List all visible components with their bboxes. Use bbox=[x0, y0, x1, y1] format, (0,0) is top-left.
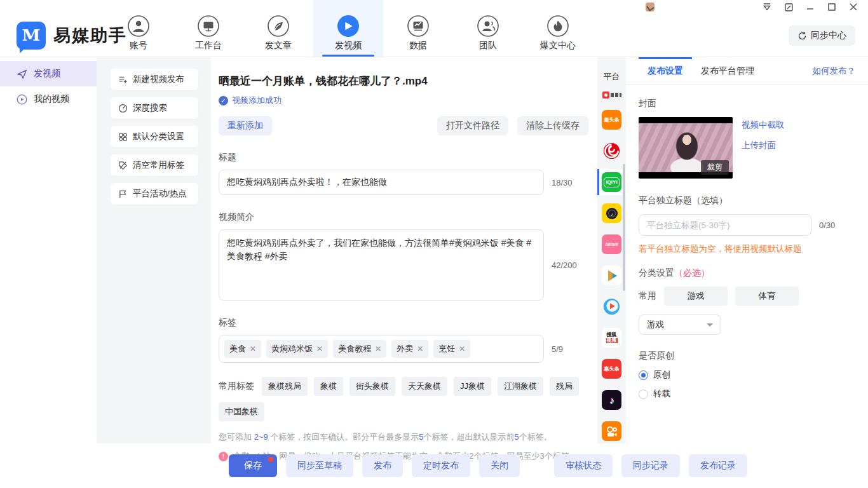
nav-label: 发文章 bbox=[265, 40, 292, 51]
account-icon bbox=[127, 15, 150, 37]
how-to-publish-link[interactable]: 如何发布？ bbox=[813, 65, 856, 77]
platform-rail-label: 平台 bbox=[604, 71, 620, 83]
hide-to-tray-icon[interactable] bbox=[756, 1, 778, 13]
crop-button[interactable]: 裁剪 bbox=[701, 160, 729, 175]
common-tag[interactable]: 中国象棋 bbox=[219, 402, 264, 421]
unsaved-dot-badge bbox=[268, 457, 273, 462]
nav-tab-account[interactable]: 账号 bbox=[104, 0, 173, 57]
main-nav: 账号 工作台 发文章 发视频 数据 bbox=[104, 0, 593, 57]
nav-tab-hot-center[interactable]: 爆文中心 bbox=[523, 0, 593, 57]
nav-label: 团队 bbox=[479, 40, 497, 51]
flame-icon bbox=[546, 15, 569, 37]
qutoutiao-icon[interactable]: 趣头条 bbox=[602, 110, 621, 130]
mini-red-logo-icon[interactable] bbox=[602, 92, 621, 98]
sohu-video-icon[interactable]: 搜狐 视频 bbox=[602, 328, 621, 348]
title-input[interactable] bbox=[219, 170, 544, 195]
tab-publish-settings[interactable]: 发布设置 bbox=[639, 57, 692, 85]
paper-plane-icon bbox=[17, 69, 27, 79]
svg-text:♪: ♪ bbox=[611, 211, 613, 217]
tag-chip: 黄焖鸡米饭✕ bbox=[266, 340, 328, 358]
flag-icon bbox=[118, 189, 128, 199]
deep-search-button[interactable]: 深度搜索 bbox=[111, 97, 198, 119]
rail-scrollbar[interactable] bbox=[623, 164, 625, 291]
iqiyi-icon[interactable]: iQIYI bbox=[602, 172, 621, 192]
douyin-icon[interactable]: ♪ bbox=[602, 390, 621, 410]
remove-tag-icon[interactable]: ✕ bbox=[316, 344, 323, 353]
bilibili-icon[interactable]: bilibili bbox=[602, 234, 621, 254]
close-button[interactable]: 关闭 bbox=[479, 454, 520, 477]
category-select[interactable]: 游戏 bbox=[639, 315, 721, 335]
category-option-sports[interactable]: 体育 bbox=[735, 287, 799, 306]
required-badge: （必选） bbox=[674, 268, 710, 278]
common-tag[interactable]: 象棋残局 bbox=[262, 377, 308, 396]
iqiyi-platform-selected[interactable]: iQIYI bbox=[597, 169, 626, 195]
new-video-publish-button[interactable]: 新建视频发布 bbox=[111, 69, 198, 90]
desc-textarea[interactable]: 想吃黄焖鸡别再点外卖了，我们在家也能做，方法很简单#黄焖鸡米饭 #美食 #美食教… bbox=[219, 229, 544, 301]
review-status-button[interactable]: 审核状态 bbox=[554, 454, 613, 477]
nav-tab-team[interactable]: 团队 bbox=[453, 0, 523, 57]
common-tag[interactable]: 街头象棋 bbox=[349, 377, 395, 396]
nav-tab-workbench[interactable]: 工作台 bbox=[173, 0, 243, 57]
haokan-video-icon[interactable] bbox=[602, 297, 621, 316]
capture-from-video-link[interactable]: 视频中截取 bbox=[742, 119, 785, 131]
sync-to-draft-button[interactable]: 同步至草稿 bbox=[286, 454, 353, 477]
list-plus-icon bbox=[118, 75, 128, 85]
tags-hint: 您可添加 2~9 个标签，按回车确认。部分平台最多显示5个标签，超出默认显示前5… bbox=[219, 431, 588, 443]
camera-app-icon[interactable]: ♪ bbox=[602, 203, 621, 223]
remove-tag-icon[interactable]: ✕ bbox=[417, 344, 423, 353]
independent-title-input[interactable] bbox=[639, 214, 811, 236]
left-sidebar: 发视频 我的视频 bbox=[0, 57, 97, 444]
schedule-publish-button[interactable]: 定时发布 bbox=[412, 454, 470, 477]
common-tag[interactable]: JJ象棋 bbox=[454, 377, 491, 396]
common-tag[interactable]: 残局 bbox=[550, 377, 579, 396]
open-file-path-button[interactable]: 打开文件路径 bbox=[437, 116, 508, 135]
clear-upload-cache-button[interactable]: 清除上传缓存 bbox=[517, 116, 588, 135]
save-button[interactable]: 保存 bbox=[229, 454, 277, 477]
video-play-icon bbox=[337, 15, 360, 37]
remove-tag-icon[interactable]: ✕ bbox=[459, 344, 465, 353]
category-option-game[interactable]: 游戏 bbox=[664, 287, 728, 306]
minimize-icon[interactable] bbox=[799, 1, 821, 13]
sidebar-item-publish-video[interactable]: 发视频 bbox=[0, 61, 97, 86]
maximize-icon[interactable] bbox=[821, 1, 843, 13]
nav-tab-publish-video[interactable]: 发视频 bbox=[313, 0, 383, 57]
nav-tab-publish-article[interactable]: 发文章 bbox=[243, 0, 313, 57]
feedback-icon[interactable] bbox=[778, 1, 799, 13]
huitoutiao-icon[interactable]: 惠头条 bbox=[602, 359, 621, 379]
tab-platform-manage[interactable]: 发布平台管理 bbox=[692, 57, 763, 85]
kuaishou-icon[interactable] bbox=[602, 421, 621, 441]
tag-chip: 美食教程✕ bbox=[333, 340, 386, 358]
check-circle-icon: ✓ bbox=[219, 96, 228, 105]
readd-video-button[interactable]: 重新添加 bbox=[219, 116, 272, 135]
clear-common-tags-button[interactable]: 清空常用标签 bbox=[111, 154, 198, 176]
video-form: 晒最近一个月账单，钱都花在哪儿了？.mp4 ✓ 视频添加成功 重新添加 打开文件… bbox=[211, 57, 597, 444]
default-category-settings-button[interactable]: 默认分类设置 bbox=[111, 126, 198, 147]
tags-input[interactable]: 美食✕ 黄焖鸡米饭✕ 美食教程✕ 外卖✕ 烹饪✕ bbox=[219, 335, 544, 363]
publish-settings-panel: 发布设置 发布平台管理 如何发布？ 封面 裁剪 视频中截取 上传封面 平台独立标… bbox=[626, 57, 868, 444]
upload-status: ✓ 视频添加成功 bbox=[219, 95, 588, 106]
close-icon[interactable] bbox=[843, 1, 864, 13]
plugin-badge-icon[interactable] bbox=[646, 3, 654, 11]
remove-tag-icon[interactable]: ✕ bbox=[250, 344, 256, 353]
tags-field-label: 标签 bbox=[219, 317, 588, 329]
radio-original[interactable]: 原创 bbox=[639, 369, 855, 381]
remove-tag-icon[interactable]: ✕ bbox=[375, 344, 381, 353]
independent-title-warning: 若平台独立标题为空，将使用视频默认标题 bbox=[639, 243, 855, 255]
sync-center-button[interactable]: 同步中心 bbox=[789, 25, 855, 46]
ifeng-icon[interactable] bbox=[602, 141, 621, 161]
article-pen-icon bbox=[267, 15, 290, 37]
upload-cover-link[interactable]: 上传封面 bbox=[742, 140, 785, 151]
radio-repost[interactable]: 转载 bbox=[639, 388, 855, 400]
common-tag[interactable]: 天天象棋 bbox=[402, 377, 447, 396]
sync-log-button[interactable]: 同步记录 bbox=[621, 454, 680, 477]
nav-tab-data[interactable]: 数据 bbox=[383, 0, 453, 57]
publish-log-button[interactable]: 发布记录 bbox=[689, 454, 747, 477]
common-tag[interactable]: 江湖象棋 bbox=[498, 377, 543, 396]
common-tag[interactable]: 象棋 bbox=[314, 377, 343, 396]
cover-thumbnail[interactable]: 裁剪 bbox=[639, 117, 733, 179]
publish-button[interactable]: 发布 bbox=[362, 454, 403, 477]
platform-activity-button[interactable]: 平台活动/热点 bbox=[111, 183, 198, 205]
sidebar-item-my-videos[interactable]: 我的视频 bbox=[0, 86, 97, 112]
radio-selected-icon bbox=[639, 370, 648, 380]
tencent-video-icon[interactable] bbox=[602, 266, 621, 285]
